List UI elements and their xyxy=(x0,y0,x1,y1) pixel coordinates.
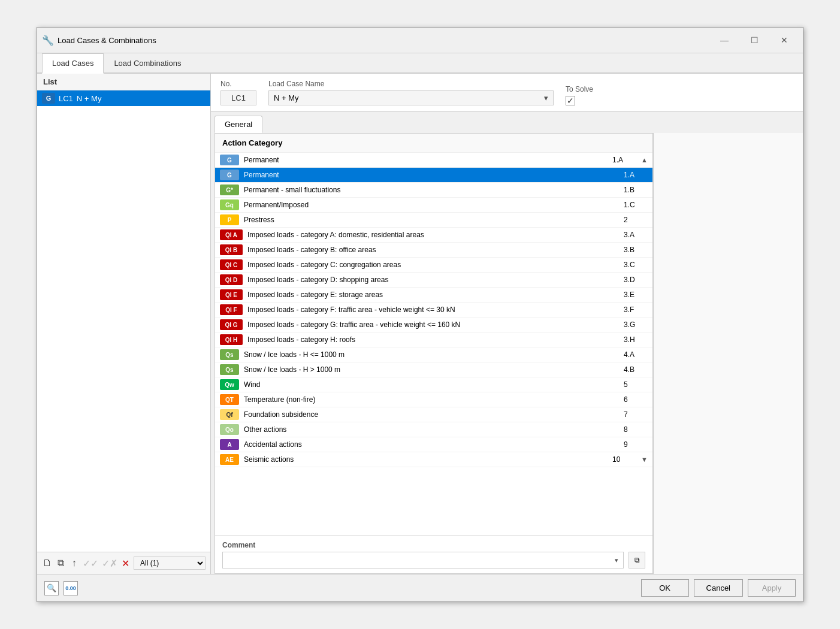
tabs-bar: Load Cases Load Combinations xyxy=(37,53,803,74)
cat-number: 1.B xyxy=(624,186,648,194)
category-row-selected[interactable]: G Permanent 1.A xyxy=(215,168,652,183)
cat-number: 6 xyxy=(624,395,648,404)
maximize-button[interactable]: ☐ xyxy=(741,31,768,49)
cat-number: 9 xyxy=(624,440,648,449)
check1-button[interactable]: ✓✓ xyxy=(82,556,99,570)
minimize-button[interactable]: — xyxy=(711,31,738,49)
check2-button[interactable]: ✓✗ xyxy=(101,556,118,570)
category-row[interactable]: QI F Imposed loads - category F: traffic… xyxy=(215,303,652,317)
cat-number: 4.B xyxy=(624,365,648,374)
all-dropdown: All (1) xyxy=(134,557,206,570)
ok-button[interactable]: OK xyxy=(641,579,689,597)
category-row[interactable]: QI A Imposed loads - category A: domesti… xyxy=(215,228,652,243)
category-row[interactable]: QI E Imposed loads - category E: storage… xyxy=(215,288,652,303)
cat-number: 3.G xyxy=(624,320,648,329)
cat-label: Temperature (non-fire) xyxy=(244,395,619,404)
cat-number: 7 xyxy=(624,410,648,419)
scroll-down-arrow: ▼ xyxy=(641,456,648,463)
window-title: Load Cases & Combinations xyxy=(58,36,707,45)
cat-number: 8 xyxy=(624,425,648,434)
cat-badge: G* xyxy=(220,185,239,195)
cat-badge: QI B xyxy=(220,244,243,255)
window-controls: — ☐ ✕ xyxy=(711,31,798,49)
cat-label: Prestress xyxy=(244,216,619,224)
cat-label: Imposed loads - category E: storage area… xyxy=(247,291,619,299)
no-value: LC1 xyxy=(220,90,256,105)
right-panel: No. LC1 Load Case Name N + My ▾ To Solve… xyxy=(211,74,803,574)
to-solve-label: To Solve xyxy=(566,85,637,93)
cat-label: Imposed loads - category D: shopping are… xyxy=(247,276,619,284)
cat-number: 3.E xyxy=(624,291,648,299)
category-row[interactable]: Qs Snow / Ice loads - H <= 1000 m 4.A xyxy=(215,347,652,362)
item-code: LC1 xyxy=(59,94,73,103)
cat-label: Permanent xyxy=(244,156,608,164)
cat-badge: AE xyxy=(220,454,239,465)
left-toolbar: 🗋 ⧉ ↑ ✓✓ ✓✗ ✕ All (1) xyxy=(37,552,210,574)
cat-label: Foundation subsidence xyxy=(244,410,619,419)
content-area: List G LC1 N + My 🗋 ⧉ ↑ ✓✓ ✓✗ ✕ All (1) xyxy=(37,74,803,574)
bottom-right: OK Cancel Apply xyxy=(641,579,796,597)
cancel-button[interactable]: Cancel xyxy=(694,579,743,597)
cat-number: 3.C xyxy=(624,261,648,269)
category-row[interactable]: QI G Imposed loads - category G: traffic… xyxy=(215,317,652,332)
title-bar: 🔧 Load Cases & Combinations — ☐ ✕ xyxy=(37,28,803,53)
category-row[interactable]: P Prestress 2 xyxy=(215,213,652,228)
tab-load-combinations[interactable]: Load Combinations xyxy=(104,53,191,72)
category-row[interactable]: Qs Snow / Ice loads - H > 1000 m 4.B xyxy=(215,362,652,377)
cat-label: Imposed loads - category B: office areas xyxy=(247,246,619,254)
to-solve-checkbox[interactable]: ✓ xyxy=(566,96,575,105)
category-row[interactable]: QI C Imposed loads - category C: congreg… xyxy=(215,258,652,273)
comment-input[interactable]: ▾ xyxy=(222,552,624,568)
category-row[interactable]: QI B Imposed loads - category B: office … xyxy=(215,243,652,258)
apply-button[interactable]: Apply xyxy=(748,579,796,597)
name-dropdown[interactable]: N + My ▾ xyxy=(268,90,554,105)
comment-input-area: ▾ ⧉ xyxy=(222,552,645,568)
cat-badge: Qo xyxy=(220,424,239,435)
close-button[interactable]: ✕ xyxy=(770,31,798,49)
cat-number: 5 xyxy=(624,380,648,389)
cat-number: 3.B xyxy=(624,246,648,254)
cat-badge: Gq xyxy=(220,199,239,210)
cat-badge: QT xyxy=(220,394,239,405)
cat-label: Seismic actions xyxy=(244,455,608,464)
delete-button[interactable]: ✕ xyxy=(120,556,131,570)
cat-number: 1.A xyxy=(612,156,636,164)
cat-label: Snow / Ice loads - H <= 1000 m xyxy=(244,350,619,359)
item-badge: G xyxy=(42,93,55,104)
cat-label: Wind xyxy=(244,380,619,389)
cat-number: 4.A xyxy=(624,350,648,359)
to-solve-group: To Solve ✓ xyxy=(566,85,637,105)
category-row[interactable]: G* Permanent - small fluctuations 1.B xyxy=(215,183,652,198)
list-item[interactable]: G LC1 N + My xyxy=(37,90,210,106)
new-item-button[interactable]: 🗋 xyxy=(42,556,53,570)
comment-section: Comment ▾ ⧉ xyxy=(215,536,652,573)
cat-label: Imposed loads - category A: domestic, re… xyxy=(247,231,619,239)
app-icon: 🔧 xyxy=(42,35,54,46)
list-header: List xyxy=(37,74,210,90)
main-body-area: Action Category G Permanent 1.A ▲ xyxy=(211,133,803,574)
category-row[interactable]: Qw Wind 5 xyxy=(215,377,652,392)
category-row[interactable]: G Permanent 1.A ▲ xyxy=(215,153,652,168)
category-row[interactable]: Qo Other actions 8 xyxy=(215,422,652,437)
table-status-icon[interactable]: 0.00 xyxy=(64,581,78,595)
category-row[interactable]: Gq Permanent/Imposed 1.C xyxy=(215,198,652,213)
inner-tab-general[interactable]: General xyxy=(214,116,262,133)
comment-copy-button[interactable]: ⧉ xyxy=(629,552,645,568)
copy-item-button[interactable]: ⧉ xyxy=(55,556,66,570)
category-row[interactable]: A Accidental actions 9 xyxy=(215,437,652,452)
category-row[interactable]: Qf Foundation subsidence 7 xyxy=(215,407,652,422)
cat-badge: Qf xyxy=(220,409,239,420)
tab-load-cases[interactable]: Load Cases xyxy=(42,53,104,74)
action-category-header: Action Category xyxy=(215,134,652,153)
comment-label: Comment xyxy=(222,541,645,549)
all-select[interactable]: All (1) xyxy=(134,557,206,570)
search-status-icon[interactable]: 🔍 xyxy=(44,581,59,595)
cat-number: 1.C xyxy=(624,201,648,209)
category-row[interactable]: QT Temperature (non-fire) 6 xyxy=(215,392,652,407)
category-row[interactable]: QI H Imposed loads - category H: roofs 3… xyxy=(215,332,652,347)
category-row[interactable]: QI D Imposed loads - category D: shoppin… xyxy=(215,273,652,288)
category-row[interactable]: AE Seismic actions 10 ▼ xyxy=(215,452,652,467)
cat-number: 3.D xyxy=(624,276,648,284)
import-button[interactable]: ↑ xyxy=(69,556,80,570)
checkbox-check-mark: ✓ xyxy=(567,96,574,105)
